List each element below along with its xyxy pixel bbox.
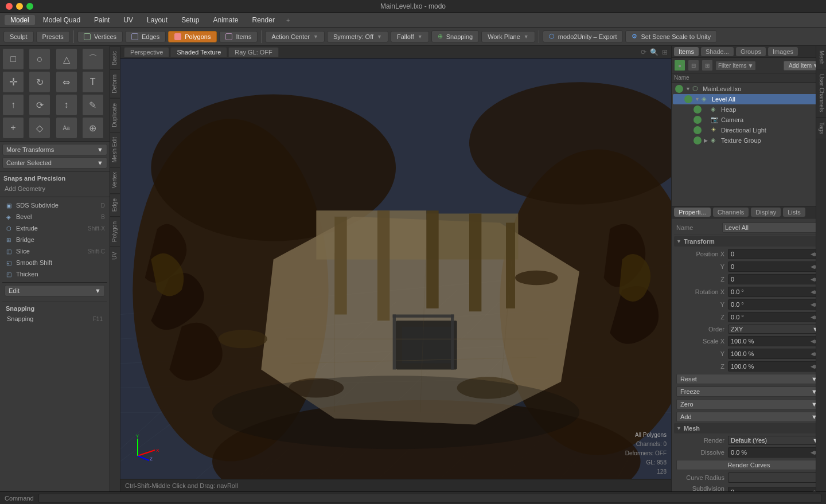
vis-dot-2[interactable]	[693, 106, 702, 114]
move-tool-btn[interactable]: ✛	[2, 71, 24, 93]
render-dropdown[interactable]: Default (Yes) ▼	[728, 436, 821, 445]
position-z-value[interactable]: 0 ◀▶	[728, 274, 821, 284]
other-tool-btn[interactable]: ⊕	[82, 117, 104, 139]
vtab-deform[interactable]: Deform	[110, 69, 120, 98]
sculpt-btn[interactable]: Sculpt	[3, 31, 34, 42]
scale-x-value[interactable]: 100.0 % ◀▶	[728, 336, 821, 346]
move2-btn[interactable]: ↑	[2, 94, 24, 116]
tree-item-camera[interactable]: 📷 Camera	[673, 115, 825, 125]
snapping-btn[interactable]: ⊕ Snapping	[431, 30, 480, 42]
menu-plus[interactable]: +	[283, 15, 293, 25]
panel-tab-shade[interactable]: Shade...	[701, 47, 734, 56]
rvtab-user-channels[interactable]: User Channels	[816, 69, 826, 117]
menu-render[interactable]: Render	[247, 15, 280, 25]
rvtab-tags[interactable]: Tags	[816, 118, 826, 139]
menu-setup[interactable]: Setup	[176, 15, 205, 25]
minimize-btn[interactable]	[16, 3, 23, 10]
extrude-item[interactable]: ⬡ Extrude Shift-X	[2, 222, 107, 234]
viewport-reset-icon[interactable]: ⟳	[641, 48, 646, 56]
dissolve-value[interactable]: 0.0 % ◀▶	[728, 447, 821, 458]
bevel-item[interactable]: ◈ Bevel B	[2, 211, 107, 222]
bridge-item[interactable]: ⊞ Bridge	[2, 234, 107, 245]
maximize-btn[interactable]	[26, 3, 33, 10]
panel-tab-images[interactable]: Images	[768, 47, 798, 56]
menu-model[interactable]: Model	[5, 15, 35, 25]
center-selected-dropdown[interactable]: Center Selected ▼	[2, 157, 107, 169]
vtab-basic[interactable]: Basic	[110, 46, 120, 69]
menu-layout[interactable]: Layout	[141, 15, 173, 25]
action-center-btn[interactable]: Action Center ▼	[265, 31, 325, 42]
vp-tab-ray-gl[interactable]: Ray GL: OFF	[228, 47, 278, 57]
scale-tool-btn[interactable]: ⇔	[56, 71, 77, 93]
snapping-item[interactable]: Snapping F11	[5, 314, 105, 323]
text-tool-btn[interactable]: Aa	[56, 117, 77, 139]
vtab-mesh-edit[interactable]: Mesh Edit	[110, 132, 120, 167]
tree-item-dir-light[interactable]: ☀ Directional Light	[673, 125, 825, 135]
transform-tool-btn[interactable]: T	[82, 71, 104, 93]
rotation-y-value[interactable]: 0.0 ° ◀▶	[728, 299, 821, 310]
viewport-3d[interactable]: X Y Z All Polygons Channels: 0 Deformers…	[120, 58, 671, 479]
scale-y-value[interactable]: 100.0 % ◀▶	[728, 349, 821, 359]
select-box-btn[interactable]: □	[2, 48, 24, 70]
command-input[interactable]	[38, 494, 821, 503]
edge2-btn[interactable]: ◇	[29, 117, 50, 139]
tree-item-level-all[interactable]: ▼ ◈ Level All	[673, 94, 825, 104]
props-tab-lists[interactable]: Lists	[783, 208, 805, 217]
position-y-value[interactable]: 0 ◀▶	[728, 261, 821, 272]
vis-dot-5[interactable]	[693, 136, 702, 144]
vis-dot-1[interactable]	[684, 95, 692, 103]
vp-tab-perspective[interactable]: Perspective	[124, 47, 169, 57]
mesh-section-header[interactable]: ▼ Mesh	[674, 423, 824, 433]
vtab-uv[interactable]: UV	[110, 247, 120, 264]
slice-item[interactable]: ◫ Slice Shift-C	[2, 245, 107, 257]
props-tab-display[interactable]: Display	[751, 208, 781, 217]
select-poly-btn[interactable]: △	[56, 48, 77, 70]
close-btn[interactable]	[6, 3, 13, 10]
vis-dot-4[interactable]	[693, 126, 702, 134]
transform-section-header[interactable]: ▼ Transform	[674, 236, 824, 247]
curve-radius-value[interactable]	[728, 472, 821, 483]
pen-tool-btn[interactable]: ✎	[82, 94, 104, 116]
select-sphere-btn[interactable]: ○	[29, 48, 50, 70]
subdivision-value[interactable]: 2 ◀▶	[728, 487, 821, 491]
thicken-item[interactable]: ◰ Thicken	[2, 268, 107, 280]
reset-btn[interactable]: Reset ▼	[676, 374, 821, 384]
panel-tab-groups[interactable]: Groups	[736, 47, 766, 56]
vtab-edge[interactable]: Edge	[110, 193, 120, 216]
items-vis-btn[interactable]: ●	[674, 60, 685, 71]
items-lock-btn[interactable]: ⊟	[688, 60, 699, 71]
vertices-btn[interactable]: Vertices	[77, 31, 123, 42]
prop-name-value[interactable]: Level All	[722, 222, 821, 233]
props-tab-properties[interactable]: Properti...	[674, 208, 711, 217]
modo2unity-btn[interactable]: ⬡ modo2Unity – Export	[543, 30, 624, 42]
vtab-polygon[interactable]: Polygon	[110, 216, 120, 247]
falloff-btn[interactable]: Falloff ▼	[391, 31, 429, 42]
pen2-btn[interactable]: +	[2, 117, 24, 139]
render-curves-btn[interactable]: Render Curves	[676, 460, 821, 470]
tree-item-main-level[interactable]: ▼ ⬡ MainLevel.lxo	[673, 84, 825, 94]
rotate2-btn[interactable]: ⟳	[29, 94, 50, 116]
items-expand-btn[interactable]: ⊞	[702, 60, 713, 71]
scale-z-value[interactable]: 100.0 % ◀▶	[728, 361, 821, 372]
vis-dot-0[interactable]	[675, 85, 683, 93]
edit-dropdown[interactable]: Edit ▼	[5, 285, 105, 296]
work-plane-btn[interactable]: Work Plane ▼	[481, 31, 535, 42]
viewport-search-icon[interactable]: 🔍	[650, 48, 659, 56]
polygons-btn[interactable]: Polygons	[168, 31, 217, 42]
smooth-shift-item[interactable]: ◱ Smooth Shift	[2, 257, 107, 268]
rotate-tool-btn[interactable]: ↻	[29, 71, 50, 93]
rotation-z-value[interactable]: 0.0 ° ◀▶	[728, 312, 821, 322]
vp-tab-shaded-texture[interactable]: Shaded Texture	[170, 47, 227, 57]
menu-paint[interactable]: Paint	[88, 15, 115, 25]
props-tab-channels[interactable]: Channels	[713, 208, 749, 217]
vtab-duplicate[interactable]: Duplicate	[110, 98, 120, 132]
edges-btn[interactable]: Edges	[125, 31, 166, 42]
presets-btn[interactable]: Presets	[36, 31, 70, 42]
vis-dot-3[interactable]	[693, 116, 702, 124]
menu-animate[interactable]: Animate	[207, 15, 244, 25]
items-btn[interactable]: Items	[219, 31, 258, 42]
viewport-maximize-icon[interactable]: ⊞	[662, 48, 668, 56]
position-x-value[interactable]: 0 ◀▶	[728, 249, 821, 259]
more-transforms-dropdown[interactable]: More Transforms ▼	[2, 144, 107, 155]
freeze-btn[interactable]: Freeze ▼	[676, 386, 821, 397]
